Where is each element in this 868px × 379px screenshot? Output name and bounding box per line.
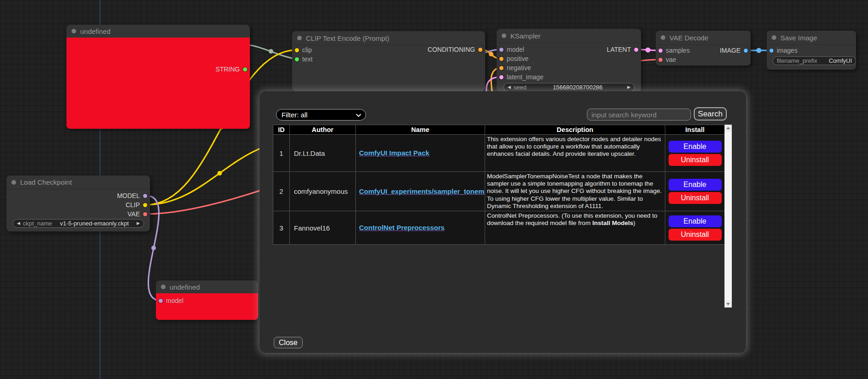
extension-link[interactable]: ComfyUI Impact Pack [359, 149, 429, 157]
node-title-bar: undefined [66, 25, 250, 38]
node-title: VAE Decode [669, 34, 708, 42]
widget-value: ComfyUI [829, 57, 852, 64]
col-header-id: ID [273, 125, 290, 135]
wire-string-text [245, 44, 297, 59]
input-label: images [777, 47, 797, 54]
output-slot-dot[interactable] [143, 194, 147, 198]
cell-install: Enable Uninstall [665, 135, 725, 172]
filename-prefix-widget[interactable]: filename_prefix ComfyUI [773, 56, 856, 65]
input-label: negative [507, 64, 531, 71]
wire-dot [269, 49, 273, 54]
input-slot-dot[interactable] [499, 75, 503, 79]
wire-dot [151, 246, 156, 250]
node-title-bar: Save Image [767, 31, 856, 45]
extension-manager-dialog: Filter: all Search ID Author Name Descri… [260, 91, 746, 353]
uninstall-button[interactable]: Uninstall [669, 192, 722, 204]
output-slot-dot[interactable] [143, 203, 147, 207]
cell-id: 2 [273, 172, 290, 211]
seed-widget[interactable]: ◀ seed 156680208700286 ▶ [503, 83, 635, 92]
cell-description: This extension offers various detector n… [485, 135, 665, 172]
next-arrow-icon[interactable]: ▶ [137, 220, 140, 227]
node-title: KSampler [510, 32, 541, 40]
prev-arrow-icon[interactable]: ◀ [17, 220, 20, 227]
node-title-bar: CLIP Text Encode (Prompt) [292, 31, 485, 45]
node-title-bar: Load Checkpoint [6, 176, 150, 189]
search-button[interactable]: Search [694, 107, 727, 121]
widget-name: filename_prefix [777, 57, 817, 64]
col-header-author: Author [290, 125, 356, 135]
collapse-dot-icon[interactable] [297, 36, 302, 40]
input-slot-dot[interactable] [769, 49, 774, 53]
node-title: undefined [80, 27, 111, 35]
scroll-down-button[interactable] [724, 301, 732, 308]
enable-button[interactable]: Enable [669, 179, 722, 191]
output-label: CONDITIONING [428, 46, 475, 53]
output-slot-dot[interactable] [634, 48, 638, 52]
extension-link[interactable]: ComfyUI_experiments/sampler_tonemap [359, 187, 485, 195]
output-label: MODEL [117, 192, 140, 199]
collapse-dot-icon[interactable] [161, 285, 166, 289]
node-title: Load Checkpoint [20, 178, 72, 186]
cell-description: ModelSamplerTonemapNoiseTest a node that… [485, 172, 665, 211]
collapse-dot-icon[interactable] [72, 29, 76, 33]
input-slot-dot[interactable] [658, 58, 663, 62]
node-title: CLIP Text Encode (Prompt) [306, 34, 389, 42]
enable-button[interactable]: Enable [669, 215, 722, 227]
node-clip-text-encode[interactable]: CLIP Text Encode (Prompt) clip text COND… [292, 31, 485, 91]
input-label: model [166, 297, 183, 304]
node-save-image[interactable]: Save Image images filename_prefix ComfyU… [767, 31, 856, 70]
collapse-dot-icon[interactable] [772, 35, 776, 40]
scrollbar[interactable] [724, 125, 732, 308]
node-title-bar: undefined [156, 280, 258, 294]
arrow-down-icon [726, 303, 730, 305]
widget-name: seed [514, 84, 526, 91]
node-undefined-bottom[interactable]: undefined model [156, 280, 258, 320]
output-slot-dot[interactable] [744, 49, 748, 53]
wire-dot [757, 48, 762, 53]
output-slot-dot[interactable] [478, 48, 482, 52]
node-title: Save Image [780, 34, 817, 42]
search-input[interactable] [587, 109, 691, 121]
extension-link[interactable]: ControlNet Preprocessors [359, 224, 445, 231]
uninstall-button[interactable]: Uninstall [669, 154, 722, 166]
enable-button[interactable]: Enable [669, 141, 722, 153]
node-title-bar: KSampler [497, 29, 641, 43]
collapse-dot-icon[interactable] [661, 35, 665, 40]
output-slot-dot[interactable] [243, 67, 247, 71]
input-label: vae [666, 56, 676, 63]
node-ksampler[interactable]: KSampler model positive negative latent_… [497, 29, 641, 93]
widget-name: ckpt_name [23, 220, 52, 227]
node-load-checkpoint[interactable]: Load Checkpoint MODEL CLIP VAE ◀ ckpt_na… [6, 176, 150, 231]
node-title-bar: VAE Decode [656, 31, 751, 45]
col-header-description: Description [485, 125, 665, 135]
decrement-arrow-icon[interactable]: ◀ [508, 83, 511, 91]
scroll-up-button[interactable] [724, 125, 732, 132]
cell-id: 3 [273, 211, 290, 245]
cell-description: ControlNet Preprocessors. (To use this e… [485, 211, 665, 245]
cell-id: 1 [273, 135, 290, 172]
output-label: IMAGE [720, 47, 741, 54]
node-vae-decode[interactable]: VAE Decode samples vae IMAGE [656, 31, 751, 66]
node-undefined-top[interactable]: undefined STRING [66, 25, 250, 129]
ckpt-name-widget[interactable]: ◀ ckpt_name v1-5-pruned-emaonly.ckpt ▶ [13, 219, 144, 228]
uninstall-button[interactable]: Uninstall [669, 229, 722, 241]
table-row: 2 comfyanonymous ComfyUI_experiments/sam… [273, 172, 725, 211]
output-slot-dot[interactable] [143, 212, 147, 216]
close-button[interactable]: Close [274, 337, 303, 348]
table-header-row: ID Author Name Description Install [273, 125, 725, 135]
collapse-dot-icon[interactable] [502, 33, 506, 38]
cell-install: Enable Uninstall [665, 211, 725, 245]
input-slot-dot[interactable] [499, 66, 503, 70]
cell-author: comfyanonymous [290, 172, 356, 211]
increment-arrow-icon[interactable]: ▶ [627, 83, 630, 91]
filter-dropdown[interactable]: Filter: all [276, 109, 366, 121]
widget-value: v1-5-pruned-emaonly.ckpt [60, 220, 129, 227]
collapse-dot-icon[interactable] [11, 180, 16, 185]
comfyui-canvas: undefined STRING CLIP Text Encode (Promp… [0, 0, 868, 379]
input-slot-dot[interactable] [295, 57, 299, 61]
input-slot-dot[interactable] [499, 57, 503, 61]
extension-table: ID Author Name Description Install 1 Dr.… [273, 125, 725, 245]
node-title: undefined [170, 283, 200, 291]
table-row: 3 Fannovel16 ControlNet Preprocessors Co… [273, 211, 725, 245]
input-slot-dot[interactable] [159, 299, 163, 303]
